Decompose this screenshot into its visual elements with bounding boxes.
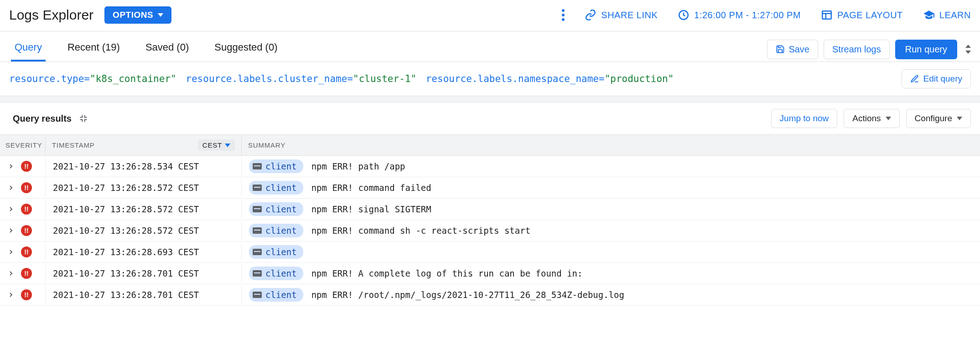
container-icon: [253, 185, 262, 191]
pencil-icon: [910, 74, 919, 83]
log-row[interactable]: !!2021-10-27 13:26:28.572 CESTclientnpm …: [0, 199, 980, 220]
source-chip-label: client: [265, 161, 297, 171]
expand-icon[interactable]: [7, 248, 15, 256]
run-query-button[interactable]: Run query: [895, 40, 957, 59]
page-layout-label: PAGE LAYOUT: [837, 10, 903, 21]
share-link-button[interactable]: SHARE LINK: [585, 9, 658, 21]
expand-icon[interactable]: [7, 227, 15, 234]
share-link-label: SHARE LINK: [601, 10, 658, 21]
log-timestamp: 2021-10-27 13:26:28.572 CEST: [46, 179, 242, 196]
configure-button[interactable]: Configure: [906, 109, 971, 128]
log-row[interactable]: !!2021-10-27 13:26:28.693 CESTclient: [0, 241, 980, 263]
tab-suggested[interactable]: Suggested (0): [211, 37, 281, 62]
log-row[interactable]: !!2021-10-27 13:26:28.534 CESTclientnpm …: [0, 156, 980, 177]
stream-logs-label: Stream logs: [832, 44, 881, 55]
learn-label: LEARN: [939, 10, 971, 21]
timezone-label: CEST: [202, 141, 222, 149]
tab-saved[interactable]: Saved (0): [142, 37, 192, 62]
col-header-summary: SUMMARY: [242, 137, 980, 154]
source-chip[interactable]: client: [249, 245, 303, 259]
save-icon: [776, 45, 785, 54]
severity-error-icon: !!: [21, 246, 32, 257]
source-chip[interactable]: client: [249, 159, 303, 173]
query-token: resource.labels.namespace_name="producti…: [426, 73, 674, 84]
expand-icon[interactable]: [7, 270, 15, 277]
log-message: npm ERR! signal SIGTERM: [311, 204, 431, 214]
log-timestamp: 2021-10-27 13:26:28.534 CEST: [46, 158, 242, 175]
log-row[interactable]: !!2021-10-27 13:26:28.572 CESTclientnpm …: [0, 177, 980, 199]
log-message: npm ERR! A complete log of this run can …: [311, 268, 583, 278]
configure-label: Configure: [915, 113, 952, 123]
time-range-label: 1:26:00 PM - 1:27:00 PM: [694, 10, 801, 21]
source-chip-label: client: [265, 204, 297, 214]
container-icon: [253, 249, 262, 255]
more-menu-button[interactable]: [562, 9, 565, 21]
svg-rect-1: [822, 11, 831, 19]
log-timestamp: 2021-10-27 13:26:28.572 CEST: [46, 200, 242, 218]
save-button[interactable]: Save: [767, 40, 818, 59]
source-chip-label: client: [265, 247, 297, 257]
stream-logs-button[interactable]: Stream logs: [824, 40, 890, 59]
container-icon: [253, 206, 262, 212]
caret-down-icon: [957, 117, 962, 120]
severity-error-icon: !!: [21, 268, 32, 279]
source-chip[interactable]: client: [249, 181, 303, 195]
log-message: npm ERR! command failed: [311, 183, 431, 193]
expand-icon[interactable]: [7, 163, 15, 170]
source-chip[interactable]: client: [249, 224, 303, 237]
log-timestamp: 2021-10-27 13:26:28.701 CEST: [46, 265, 242, 282]
save-label: Save: [788, 44, 809, 55]
source-chip-label: client: [265, 226, 297, 236]
query-token: resource.labels.cluster_name="cluster-1": [186, 73, 416, 84]
query-editor[interactable]: resource.type="k8s_container" resource.l…: [0, 62, 980, 96]
caret-down-icon: [886, 117, 891, 120]
source-chip-label: client: [265, 183, 297, 193]
log-row[interactable]: !!2021-10-27 13:26:28.701 CESTclientnpm …: [0, 263, 980, 284]
severity-error-icon: !!: [21, 289, 32, 300]
jump-to-now-button[interactable]: Jump to now: [771, 109, 838, 128]
caret-down-icon: [225, 144, 230, 147]
log-row[interactable]: !!2021-10-27 13:26:28.701 CESTclientnpm …: [0, 284, 980, 306]
caret-down-icon: [158, 13, 163, 17]
source-chip[interactable]: client: [249, 202, 303, 216]
tab-recent[interactable]: Recent (19): [64, 37, 124, 62]
log-timestamp: 2021-10-27 13:26:28.572 CEST: [46, 222, 242, 239]
clock-icon: [678, 9, 690, 21]
chevron-up-icon: [965, 45, 971, 48]
expand-icon[interactable]: [7, 205, 15, 213]
log-message: npm ERR! command sh -c react-scripts sta…: [311, 226, 530, 236]
chevron-down-icon: [965, 51, 971, 54]
col-header-timestamp: TIMESTAMP: [52, 141, 95, 149]
severity-error-icon: !!: [21, 204, 32, 215]
edit-query-button[interactable]: Edit query: [902, 69, 971, 88]
scroll-arrows[interactable]: [965, 45, 971, 54]
log-timestamp: 2021-10-27 13:26:28.693 CEST: [46, 243, 242, 261]
col-header-severity: SEVERITY: [0, 137, 46, 154]
time-range-button[interactable]: 1:26:00 PM - 1:27:00 PM: [678, 9, 801, 21]
container-icon: [253, 270, 262, 277]
timezone-selector[interactable]: CEST: [198, 139, 235, 151]
tab-query[interactable]: Query: [11, 37, 46, 62]
source-chip[interactable]: client: [249, 267, 303, 280]
log-row[interactable]: !!2021-10-27 13:26:28.572 CESTclientnpm …: [0, 220, 980, 241]
actions-label: Actions: [852, 113, 881, 123]
learn-button[interactable]: LEARN: [923, 9, 971, 21]
edit-query-label: Edit query: [923, 74, 962, 84]
expand-icon[interactable]: [7, 184, 15, 191]
source-chip-label: client: [265, 290, 297, 300]
options-label: OPTIONS: [113, 10, 153, 20]
source-chip-label: client: [265, 268, 297, 278]
severity-error-icon: !!: [21, 182, 32, 193]
options-button[interactable]: OPTIONS: [104, 6, 171, 24]
page-layout-button[interactable]: PAGE LAYOUT: [821, 9, 903, 21]
log-message: npm ERR! /root/.npm/_logs/2021-10-27T11_…: [311, 290, 624, 300]
collapse-icon[interactable]: [79, 114, 88, 123]
severity-error-icon: !!: [21, 225, 32, 236]
learn-icon: [923, 9, 935, 21]
expand-icon[interactable]: [7, 291, 15, 298]
source-chip[interactable]: client: [249, 288, 303, 302]
link-icon: [585, 9, 596, 21]
container-icon: [253, 292, 262, 298]
severity-error-icon: !!: [21, 161, 32, 172]
actions-button[interactable]: Actions: [844, 109, 899, 128]
